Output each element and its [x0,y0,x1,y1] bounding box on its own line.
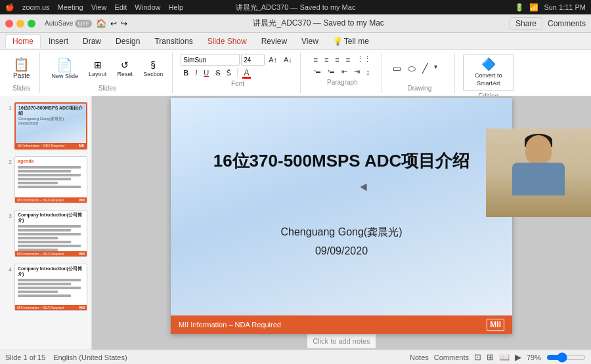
window-menu[interactable]: Window [135,3,160,11]
comments-button[interactable]: Comments [548,19,586,28]
line-spacing-button[interactable]: ↕ [364,67,373,77]
tab-transitions[interactable]: Transitions [148,35,199,48]
rect-shape[interactable]: ▭ [390,62,404,75]
layout-button[interactable]: ⊞ Layout [85,58,110,79]
slide-footer: MII Information – NDA Required MII [171,315,512,334]
redo-icon[interactable]: ↪ [121,19,127,28]
normal-view-button[interactable]: ⊡ [474,352,481,362]
reading-view-button[interactable]: 📖 [499,352,510,362]
ribbon-group-drawing: ▭ ⬭ ╱ ▾ Drawing [385,52,455,93]
paste-group-label: Slides [12,85,30,92]
justify-button[interactable]: ≡ [343,54,353,65]
notes-toggle[interactable]: Notes [410,354,429,361]
strikethrough-button[interactable]: S [213,68,223,78]
font-name-input[interactable] [181,54,240,66]
video-inner [486,129,591,217]
columns-button[interactable]: ⋮⋮ [354,54,374,65]
meeting-menu[interactable]: Meeting [58,3,83,11]
align-left-button[interactable]: ≡ [311,54,320,65]
video-background [486,129,591,217]
reset-icon: ↺ [121,60,129,70]
system-time: Sun 1:11 PM [544,3,586,11]
tab-insert[interactable]: Insert [42,35,75,48]
slide-info: Slide 1 of 15 [5,354,45,361]
video-panel [486,129,591,217]
help-menu[interactable]: Help [168,3,183,11]
decrease-font-button[interactable]: A↓ [281,54,295,65]
home-icon[interactable]: 🏠 [96,18,106,28]
tab-slideshow[interactable]: Slide Show [201,35,253,48]
oval-shape[interactable]: ⬭ [405,62,418,75]
slide-thumb-3[interactable]: 3 Company Introduction(公司简介) MII Informa… [3,209,89,258]
autosave-toggle[interactable]: AutoSave OFF [45,20,92,28]
slide-sorter-button[interactable]: ⊞ [487,352,494,362]
tab-review[interactable]: Review [255,35,294,48]
italic-button[interactable]: I [192,68,200,78]
slide-thumb-1[interactable]: 1 16位370-500MSPS ADC项目介绍 Chenguang Gong(… [3,101,89,151]
slide-thumbnail-4[interactable]: Company Introduction(公司简介) MII Informati… [14,264,87,311]
undo-icon[interactable]: ↩ [110,19,117,28]
section-icon: § [150,60,156,70]
section-button[interactable]: § Section [139,58,167,79]
share-button[interactable]: Share [510,17,542,30]
slide-footer-logo: MII [487,319,504,331]
slide-footer-text: MII Information – NDA Required [179,321,281,329]
slide-panel[interactable]: 1 16位370-500MSPS ADC项目介绍 Chenguang Gong(… [0,96,92,350]
more-shapes[interactable]: ▾ [431,62,440,75]
slide-thumb-4[interactable]: 4 Company Introduction(公司简介) MII Informa… [3,262,89,312]
tab-design[interactable]: Design [109,35,146,48]
convert-smartart-icon: 🔷 [481,57,496,72]
slideshow-button[interactable]: ▶ [515,352,521,362]
zoom-slider[interactable] [546,352,586,363]
increase-font-button[interactable]: A↑ [266,54,280,65]
line-shape[interactable]: ╱ [420,62,430,75]
align-center-button[interactable]: ≡ [322,54,331,65]
zoom-menu[interactable]: zoom.us [22,3,50,11]
slide-title: 16位370-500MSPS ADC项目介绍 [171,150,512,172]
share-area: Share Comments [510,17,586,30]
add-notes-placeholder[interactable]: Click to add notes [313,337,370,345]
autosave-off-label[interactable]: OFF [75,20,92,28]
sep1 [237,68,238,77]
slide-thumb-2[interactable]: 2 agenda MII Information – NDA Required … [3,155,89,205]
notes-bar[interactable]: Click to add notes [307,334,375,348]
apple-menu[interactable]: 🍎 [5,3,14,12]
paste-button[interactable]: 📋 Paste [9,56,34,81]
tab-draw[interactable]: Draw [76,35,108,48]
slide-thumbnail-1[interactable]: 16位370-500MSPS ADC项目介绍 Chenguang Gong(龚晨… [14,102,87,150]
slide-canvas[interactable]: 16位370-500MSPS ADC项目介绍 Chenguang Gong(龚晨… [171,98,512,334]
slide-thumbnail-3[interactable]: Company Introduction(公司简介) MII Informati… [14,210,87,257]
system-bar: 🍎 zoom.us Meeting View Edit Window Help … [0,0,591,14]
tab-home[interactable]: Home [5,34,41,49]
close-button[interactable] [5,20,13,28]
font-group-label: Font [231,80,244,87]
minimize-button[interactable] [16,20,24,28]
convert-smartart-button[interactable]: 🔷 Convert to SmartArt [463,54,514,91]
comments-toggle[interactable]: Comments [434,354,469,361]
lightbulb-icon: 💡 [333,37,343,46]
maximize-button[interactable] [28,20,35,28]
tab-tellme[interactable]: 💡Tell me [326,35,376,48]
shadow-button[interactable]: S̈ [224,68,234,79]
edit-menu[interactable]: Edit [114,3,127,11]
underline-button[interactable]: U [201,68,211,78]
wifi-icon: 📶 [529,3,538,12]
font-color-button[interactable]: A [241,67,252,79]
bold-button[interactable]: B [181,68,191,78]
new-slide-button[interactable]: 📄 New Slide [48,56,83,81]
font-size-input[interactable] [241,54,265,66]
bullet-button[interactable]: ≔ [311,66,324,77]
numbered-button[interactable]: ≔ [325,66,338,77]
language-info: English (United States) [53,354,127,361]
slides-label: Slides [98,85,116,92]
slide-thumbnail-2[interactable]: agenda MII Information – NDA Required MI… [14,156,87,203]
app-window: AutoSave OFF 🏠 ↩ ↪ 讲晨光_ADC370 — Saved to… [0,14,591,364]
system-bar-right: 🔋 📶 Sun 1:11 PM [515,3,586,12]
reset-button[interactable]: ↺ Reset [113,58,137,79]
align-right-button[interactable]: ≡ [332,54,341,65]
decrease-indent-button[interactable]: ⇤ [339,66,350,77]
increase-indent-button[interactable]: ⇥ [351,66,362,77]
ribbon-group-slides: 📄 New Slide ⊞ Layout ↺ Reset § Section S… [43,52,173,93]
tab-view[interactable]: View [295,35,325,48]
view-menu[interactable]: View [91,3,107,11]
